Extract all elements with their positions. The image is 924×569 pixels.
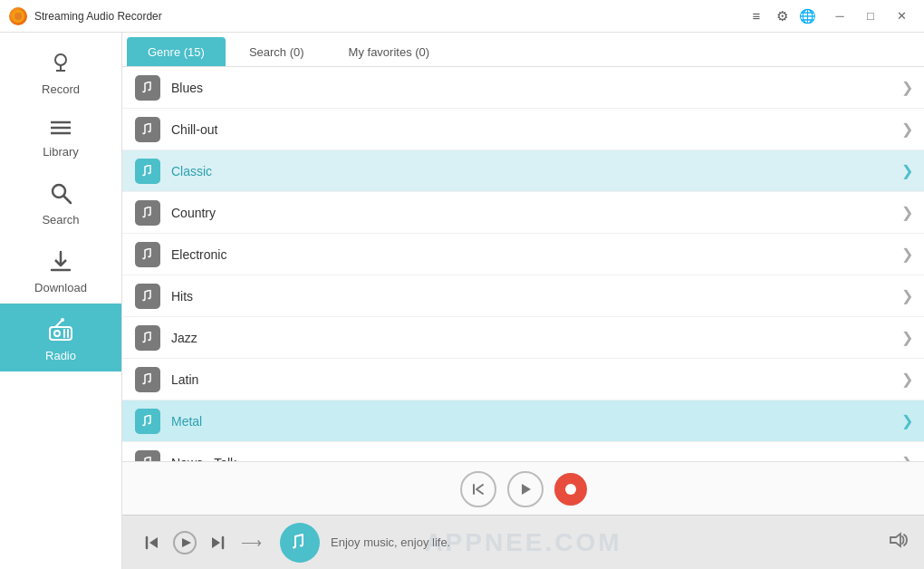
list-item[interactable]: Metal ❯	[122, 400, 924, 442]
sidebar-item-record[interactable]: Record	[0, 37, 121, 105]
content-area: Genre (15) Search (0) My favorites (0) B…	[122, 33, 924, 569]
svg-point-2	[55, 54, 66, 65]
record-icon	[48, 50, 73, 79]
sidebar-item-library[interactable]: Library	[0, 105, 121, 168]
player-play-button[interactable]	[168, 526, 201, 559]
chevron-right-icon: ❯	[901, 162, 913, 179]
genre-name: Classic	[171, 164, 901, 178]
list-item[interactable]: Electronic ❯	[122, 234, 924, 275]
settings-icon[interactable]: ⚙	[772, 6, 792, 26]
genre-music-icon	[135, 450, 160, 462]
sidebar-item-radio[interactable]: Radio	[0, 304, 121, 371]
library-icon	[48, 118, 73, 141]
chevron-right-icon: ❯	[901, 246, 913, 263]
app-title: Streaming Audio Recorder	[34, 10, 746, 23]
svg-point-1	[14, 13, 22, 20]
chevron-right-icon: ❯	[901, 287, 913, 304]
radio-icon	[47, 316, 74, 345]
sidebar-radio-label: Radio	[45, 349, 76, 362]
sidebar-item-search[interactable]: Search	[0, 168, 121, 236]
app-logo	[9, 7, 27, 25]
genre-music-icon	[135, 242, 160, 267]
genre-name: Latin	[171, 372, 901, 387]
player-arrow-icon: ⟶	[241, 534, 262, 551]
player-next-button[interactable]	[201, 526, 234, 559]
list-item[interactable]: Blues ❯	[122, 67, 924, 109]
genre-name: Hits	[171, 289, 901, 304]
genre-music-icon	[135, 159, 160, 184]
player-prev-button[interactable]	[136, 526, 168, 559]
svg-point-20	[565, 484, 576, 495]
list-item[interactable]: Jazz ❯	[122, 317, 924, 359]
tab-search[interactable]: Search (0)	[228, 37, 325, 66]
svg-marker-24	[182, 538, 191, 547]
list-item[interactable]: Classic ❯	[122, 150, 924, 192]
radio-back-button[interactable]	[460, 471, 496, 507]
svg-line-9	[63, 196, 71, 203]
close-button[interactable]: ✕	[888, 7, 915, 25]
svg-point-17	[61, 318, 64, 322]
genre-music-icon	[135, 325, 160, 351]
player-status-text: Enjoy music, enjoy life.	[331, 535, 889, 549]
tab-genre[interactable]: Genre (15)	[127, 37, 226, 66]
chevron-right-icon: ❯	[901, 454, 913, 461]
genre-music-icon	[135, 117, 160, 142]
genre-name: Metal	[171, 414, 901, 429]
chevron-right-icon: ❯	[901, 412, 913, 429]
titlebar: Streaming Audio Recorder ≡ ⚙ 🌐 ─ □ ✕	[0, 0, 924, 33]
sidebar-search-label: Search	[42, 213, 79, 227]
chevron-right-icon: ❯	[901, 79, 913, 96]
list-item[interactable]: Hits ❯	[122, 275, 924, 317]
radio-play-button[interactable]	[507, 471, 544, 507]
genre-name: Electronic	[171, 247, 901, 262]
minimize-button[interactable]: ─	[826, 7, 853, 25]
genre-name: Chill-out	[171, 122, 901, 137]
tab-bar: Genre (15) Search (0) My favorites (0)	[122, 33, 924, 67]
list-item[interactable]: Latin ❯	[122, 359, 924, 400]
genre-music-icon	[135, 409, 160, 434]
radio-playback-controls	[122, 461, 924, 515]
genre-name: Country	[171, 206, 901, 220]
genre-name: Jazz	[171, 331, 901, 345]
chevron-right-icon: ❯	[901, 371, 913, 388]
sidebar-library-label: Library	[43, 145, 79, 159]
menu-icon[interactable]: ≡	[746, 6, 766, 26]
player-bar: ⟶ Enjoy music, enjoy life. APPNEE.COM	[122, 515, 924, 569]
chevron-right-icon: ❯	[901, 204, 913, 221]
globe-icon[interactable]: 🌐	[797, 6, 817, 26]
sidebar: Record Library Search	[0, 33, 122, 569]
svg-marker-19	[522, 484, 531, 495]
volume-icon[interactable]	[889, 531, 910, 554]
genre-music-icon	[135, 284, 160, 309]
genre-list[interactable]: Blues ❯ Chill-out ❯ Classic ❯	[122, 67, 924, 461]
list-item[interactable]: Country ❯	[122, 192, 924, 234]
sidebar-item-download[interactable]: Download	[0, 236, 121, 304]
genre-name: News - Talk	[171, 456, 901, 462]
genre-music-icon	[135, 367, 160, 392]
sidebar-download-label: Download	[34, 281, 87, 294]
svg-marker-27	[890, 534, 900, 546]
chevron-right-icon: ❯	[901, 329, 913, 346]
list-item[interactable]: News - Talk ❯	[122, 442, 924, 461]
search-icon	[48, 180, 73, 209]
toolbar-icons: ≡ ⚙ 🌐	[746, 6, 817, 26]
window-controls: ─ □ ✕	[826, 7, 915, 25]
genre-music-icon	[135, 75, 160, 101]
radio-record-button record-btn[interactable]	[554, 473, 587, 506]
player-music-button[interactable]	[280, 523, 320, 563]
genre-name: Blues	[171, 81, 901, 95]
svg-point-13	[54, 331, 60, 336]
main-area: Record Library Search	[0, 33, 924, 569]
download-icon	[48, 248, 73, 277]
svg-marker-25	[212, 537, 220, 548]
chevron-right-icon: ❯	[901, 121, 913, 138]
tab-favorites[interactable]: My favorites (0)	[328, 37, 451, 66]
genre-music-icon	[135, 200, 160, 226]
content-body: Blues ❯ Chill-out ❯ Classic ❯	[122, 67, 924, 515]
sidebar-record-label: Record	[42, 82, 80, 96]
svg-marker-21	[149, 537, 158, 548]
list-item[interactable]: Chill-out ❯	[122, 109, 924, 150]
maximize-button[interactable]: □	[857, 7, 884, 25]
